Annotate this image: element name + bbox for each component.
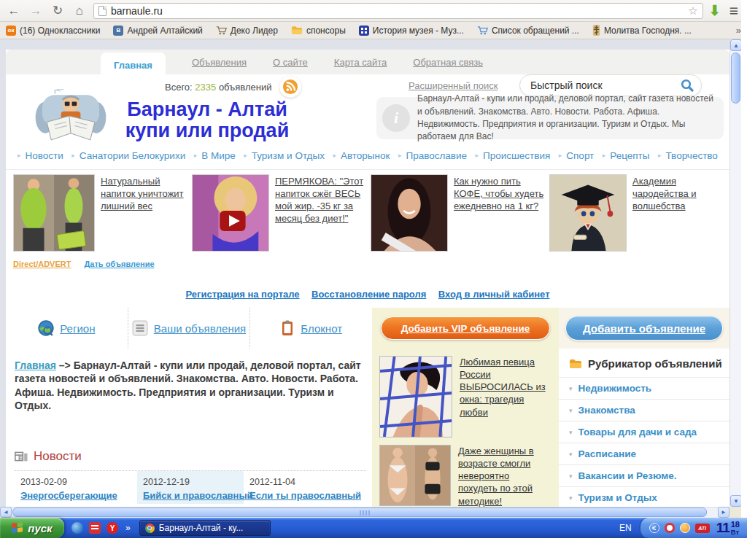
tab-o-sajte[interactable]: О сайте bbox=[273, 57, 308, 68]
quick-launch-overflow-icon[interactable]: » bbox=[125, 523, 131, 533]
rss-icon[interactable] bbox=[279, 76, 301, 98]
newspaper-icon bbox=[15, 451, 28, 462]
tab-obratnaya-svyaz[interactable]: Обратная связь bbox=[413, 57, 483, 68]
url-text[interactable]: barnaule.ru bbox=[111, 5, 684, 17]
bookmark-sponsors[interactable]: спонсоры bbox=[291, 26, 346, 36]
site-page: Главная Объявления О сайте Карта сайта О… bbox=[6, 50, 729, 507]
yandex-icon[interactable]: Y bbox=[107, 522, 118, 534]
system-tray: EN < ATI 11 18 Вт bbox=[619, 518, 747, 538]
tray-agent-icon[interactable] bbox=[680, 523, 690, 533]
advanced-search-link[interactable]: Расширенный поиск bbox=[409, 80, 498, 91]
bookmark-museum[interactable]: История музея - Муз... bbox=[359, 26, 464, 36]
content-column: Главная –> Барнаул-Алтай - купи или прод… bbox=[6, 349, 372, 507]
teaser-link-2[interactable]: ПЕРМЯКОВА: "Этот напиток сжёг ВЕСЬ мой ж… bbox=[275, 174, 365, 257]
horizontal-scrollbar-thumb[interactable] bbox=[12, 508, 707, 517]
site-title[interactable]: Барнаул - Алтай купи или продай bbox=[109, 99, 305, 141]
chevron-down-icon: ▾ bbox=[569, 429, 573, 436]
bookmarks-overflow-icon[interactable]: » bbox=[736, 25, 741, 36]
notebook-action[interactable]: Блокнот bbox=[249, 308, 372, 349]
mid-teaser-link-1[interactable]: Любимая певица России ВЫБРОСИЛАСЬ из окн… bbox=[460, 356, 551, 438]
region-action[interactable]: Регион bbox=[6, 308, 128, 349]
bookmark-prayer[interactable]: Молитва Господня. ... bbox=[592, 25, 692, 36]
rubric-turizm[interactable]: ▾Туризм и Отдых bbox=[559, 486, 729, 508]
scroll-right-icon[interactable]: ► bbox=[718, 507, 729, 518]
scroll-down-icon[interactable]: ▼ bbox=[730, 495, 742, 507]
mid-teaser-image-2[interactable] bbox=[379, 445, 451, 506]
taskbar-clock[interactable]: 11 18 Вт bbox=[716, 520, 740, 536]
register-link[interactable]: Регистрация на портале bbox=[185, 289, 299, 300]
home-icon[interactable]: ⌂ bbox=[71, 4, 88, 18]
search-icon[interactable] bbox=[681, 79, 694, 92]
teaser-image-2[interactable] bbox=[192, 174, 269, 252]
vk-icon: В bbox=[113, 26, 123, 36]
nav-novosti[interactable]: ▸Новости bbox=[18, 150, 63, 161]
reload-icon[interactable]: ↻ bbox=[50, 3, 66, 18]
teaser-image-3[interactable] bbox=[371, 174, 448, 252]
rubric-raspisanie[interactable]: ▾Расписание bbox=[559, 443, 729, 464]
add-vip-ad-button[interactable]: Добавить VIP объявление bbox=[381, 316, 550, 340]
login-link[interactable]: Вход в личный кабинет bbox=[438, 289, 550, 300]
bookmark-vk[interactable]: В Андрей Алтайский bbox=[113, 26, 202, 36]
address-bar[interactable]: barnaule.ru ☆ bbox=[93, 3, 703, 19]
nav-sanatorii[interactable]: ▸Санатории Белокурихи bbox=[71, 150, 185, 161]
tray-collapse-icon[interactable]: < bbox=[649, 523, 659, 533]
vertical-scrollbar-thumb[interactable] bbox=[731, 52, 740, 104]
bookmark-odnoklassniki[interactable]: ок (16) Одноклассники bbox=[6, 26, 100, 36]
nav-avtorynok[interactable]: ▸Авторынок bbox=[333, 150, 390, 161]
app-icon[interactable] bbox=[89, 522, 101, 534]
news-link[interactable]: Энергосберегающие bbox=[20, 490, 133, 501]
language-indicator[interactable]: EN bbox=[619, 523, 632, 533]
browser-menu-icon[interactable]: ≡ bbox=[727, 3, 741, 18]
your-ads-action[interactable]: Ваши объявления bbox=[128, 308, 250, 349]
nav-turizm[interactable]: ▸Туризм и Отдых bbox=[244, 150, 325, 161]
mascot-logo-image[interactable] bbox=[31, 89, 111, 141]
teaser-link-4[interactable]: Академия чародейства и волшебства bbox=[632, 174, 723, 257]
forward-icon[interactable]: → bbox=[28, 4, 44, 18]
task-button-barnaul[interactable]: Барнаул-Алтай - ку... bbox=[139, 520, 271, 536]
nav-sport[interactable]: ▸Спорт bbox=[559, 150, 595, 161]
vertical-scrollbar[interactable]: ▲ ▼ bbox=[729, 39, 741, 507]
nav-v-mire[interactable]: ▸В Мире bbox=[194, 150, 236, 161]
post-ad-link[interactable]: Дать объявление bbox=[84, 260, 154, 268]
rubric-znakomstva[interactable]: ▾Знакомства bbox=[559, 399, 729, 421]
direct-advert-link[interactable]: Direct/ADVERT bbox=[13, 260, 71, 268]
scroll-left-icon[interactable]: ◄ bbox=[0, 507, 12, 518]
back-icon[interactable]: ← bbox=[6, 4, 22, 18]
news-date: 2012-11-04 bbox=[249, 477, 362, 487]
horizontal-scrollbar[interactable]: ◄ ► bbox=[0, 507, 741, 518]
search-input[interactable] bbox=[530, 79, 681, 91]
nav-recepty[interactable]: ▸Рецепты bbox=[603, 150, 650, 161]
tray-opera-icon[interactable] bbox=[665, 523, 675, 533]
start-button[interactable]: пуск bbox=[0, 518, 64, 538]
browser-app-icon[interactable] bbox=[71, 522, 83, 534]
tab-karta-sajta[interactable]: Карта сайта bbox=[334, 57, 387, 68]
teaser-image-1[interactable] bbox=[13, 174, 95, 252]
mid-teaser-link-2[interactable]: Даже женщины в возрасте смогли невероятн… bbox=[458, 445, 550, 508]
add-ad-button[interactable]: Добавить объявление bbox=[565, 316, 723, 341]
tray-ati-icon[interactable]: ATI bbox=[695, 524, 710, 533]
breadcrumb-home-link[interactable]: Главная bbox=[15, 359, 56, 371]
nav-pravoslavie[interactable]: ▸Православие bbox=[398, 150, 467, 161]
teaser-link-1[interactable]: Натуральный напиток уничтожит лишний вес bbox=[101, 174, 191, 257]
scroll-up-icon[interactable]: ▲ bbox=[730, 39, 742, 51]
mid-teaser-image-1[interactable] bbox=[379, 356, 452, 438]
news-link[interactable]: Если ты православный bbox=[249, 490, 362, 501]
bookmark-deko-lider[interactable]: Деко Лидер bbox=[216, 26, 278, 36]
bookmark-requests[interactable]: Список обращений ... bbox=[477, 26, 579, 36]
download-icon[interactable]: ⬇ bbox=[709, 4, 721, 18]
rubric-vakansii[interactable]: ▾Вакансии и Резюме. bbox=[559, 464, 729, 486]
tab-obyavleniya[interactable]: Объявления bbox=[192, 57, 247, 68]
site-tabs: Главная Объявления О сайте Карта сайта О… bbox=[6, 50, 729, 74]
nav-proisshestviya[interactable]: ▸Происшествия bbox=[475, 150, 550, 161]
rubric-nedvizhimost[interactable]: ▾Недвижимость bbox=[559, 377, 729, 399]
bookmarks-bar: ок (16) Одноклассники В Андрей Алтайский… bbox=[0, 22, 747, 39]
bookmark-star-icon[interactable]: ☆ bbox=[688, 4, 697, 18]
teaser-link-3[interactable]: Как нужно пить КОФЕ, чтобы худеть ежедне… bbox=[454, 174, 544, 257]
teaser-image-4[interactable] bbox=[549, 174, 627, 252]
news-date: 2013-02-09 bbox=[20, 477, 133, 487]
bullet-icon: ▸ bbox=[603, 152, 606, 159]
rubric-tovary-dlya-dachi[interactable]: ▾Товары для дачи и сада bbox=[559, 421, 729, 443]
password-recovery-link[interactable]: Восстановление пароля bbox=[311, 289, 426, 300]
nav-tvorchestvo[interactable]: ▸Творчество bbox=[658, 150, 718, 161]
news-link[interactable]: Бийск и православный bbox=[143, 490, 239, 501]
